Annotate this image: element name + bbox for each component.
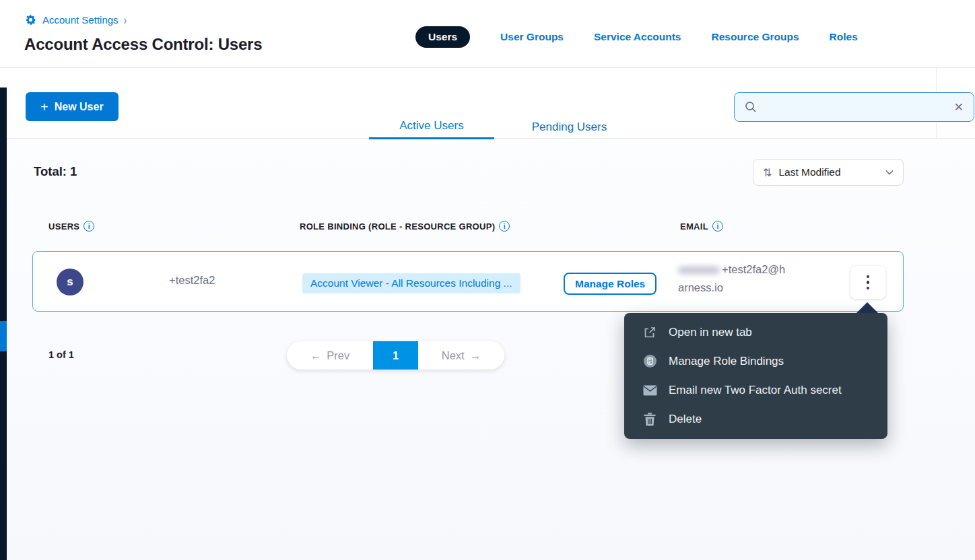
column-header-users: USERS i <box>48 221 94 232</box>
menu-item-label: Manage Role Bindings <box>669 355 784 368</box>
breadcrumb[interactable]: Account Settings › <box>24 13 127 26</box>
collapsed-sidenav-strip <box>0 88 7 560</box>
menu-item-delete[interactable]: Delete <box>624 405 887 433</box>
menu-item-email-2fa-secret[interactable]: Email new Two Factor Auth secret <box>624 376 887 405</box>
menu-item-label: Delete <box>669 413 702 426</box>
page-summary: 1 of 1 <box>48 349 74 360</box>
chevron-right-icon: › <box>124 13 127 26</box>
menu-item-label: Email new Two Factor Auth secret <box>669 384 842 397</box>
redacted-email-prefix <box>678 267 720 274</box>
plus-icon: + <box>40 100 48 114</box>
total-count-label: Total: 1 <box>34 164 77 179</box>
avatar: s <box>57 269 83 295</box>
new-user-button[interactable]: + New User <box>26 92 119 121</box>
search-icon <box>745 101 757 113</box>
clear-search-icon[interactable]: ✕ <box>954 102 964 113</box>
prev-page-button[interactable]: ← Prev <box>287 341 373 370</box>
nav-tab-resource-groups[interactable]: Resource Groups <box>712 31 799 43</box>
sort-arrows-icon: ⇅ <box>763 166 772 179</box>
menu-item-open-in-new-tab[interactable]: Open in new tab <box>624 318 887 347</box>
manage-role-bindings-icon <box>642 354 658 368</box>
page-header: Account Settings › Account Access Contro… <box>0 0 975 68</box>
pagination: ← Prev 1 Next → <box>287 341 504 370</box>
nav-tab-roles[interactable]: Roles <box>830 31 858 43</box>
menu-item-manage-role-bindings[interactable]: Manage Role Bindings <box>624 347 887 376</box>
breadcrumb-label[interactable]: Account Settings <box>42 14 119 26</box>
arrow-left-icon: ← <box>310 349 322 362</box>
open-in-new-tab-icon <box>642 326 658 339</box>
page-title: Account Access Control: Users <box>24 35 262 54</box>
current-page-button[interactable]: 1 <box>373 341 418 370</box>
gear-icon <box>24 13 37 26</box>
info-icon[interactable]: i <box>712 221 723 232</box>
arrow-right-icon: → <box>470 349 481 362</box>
row-menu-button[interactable] <box>850 266 885 299</box>
search-box: ✕ <box>734 92 974 122</box>
top-nav: Users User Groups Service Accounts Resou… <box>415 26 858 48</box>
next-page-button[interactable]: Next → <box>418 341 504 370</box>
new-user-button-label: New User <box>55 101 104 113</box>
user-email: +test2fa2@h arness.io <box>678 260 846 297</box>
nav-tab-service-accounts[interactable]: Service Accounts <box>594 31 681 43</box>
user-email-line1: +test2fa2@h <box>722 263 785 275</box>
sort-dropdown[interactable]: ⇅ Last Modified <box>753 159 904 186</box>
search-input[interactable] <box>764 102 947 113</box>
prev-label: Prev <box>327 349 349 362</box>
user-email-line2: arness.io <box>678 281 723 293</box>
tab-active-users[interactable]: Active Users <box>369 114 494 139</box>
user-name: +test2fa2 <box>169 274 215 287</box>
manage-roles-button[interactable]: Manage Roles <box>564 273 657 295</box>
column-header-role-binding-label: ROLE BINDING (ROLE - RESOURCE GROUP) <box>300 221 495 232</box>
info-icon[interactable]: i <box>499 221 510 232</box>
column-header-email: EMAIL i <box>680 221 723 232</box>
context-menu-arrow <box>856 302 879 314</box>
chevron-down-icon <box>885 170 894 175</box>
info-icon[interactable]: i <box>83 221 94 232</box>
sort-selected-label: Last Modified <box>778 166 879 178</box>
account-access-control-page: Account Settings › Account Access Contro… <box>0 0 975 560</box>
email-icon <box>642 385 658 396</box>
context-menu: Open in new tab Manage Role Bindings Ema… <box>624 313 887 439</box>
tab-pending-users[interactable]: Pending Users <box>494 114 645 139</box>
menu-item-label: Open in new tab <box>669 326 752 339</box>
sidenav-active-indicator <box>0 321 7 351</box>
nav-tab-user-groups[interactable]: User Groups <box>500 31 564 43</box>
next-label: Next <box>442 349 465 362</box>
nav-tab-users[interactable]: Users <box>415 26 470 48</box>
role-binding-chip: Account Viewer - All Resources Including… <box>302 273 520 293</box>
column-header-role-binding: ROLE BINDING (ROLE - RESOURCE GROUP) i <box>300 221 510 232</box>
column-header-email-label: EMAIL <box>680 221 708 232</box>
table-row[interactable]: s +test2fa2 Account Viewer - All Resourc… <box>32 251 904 312</box>
delete-icon <box>642 413 658 426</box>
column-header-users-label: USERS <box>48 221 79 232</box>
